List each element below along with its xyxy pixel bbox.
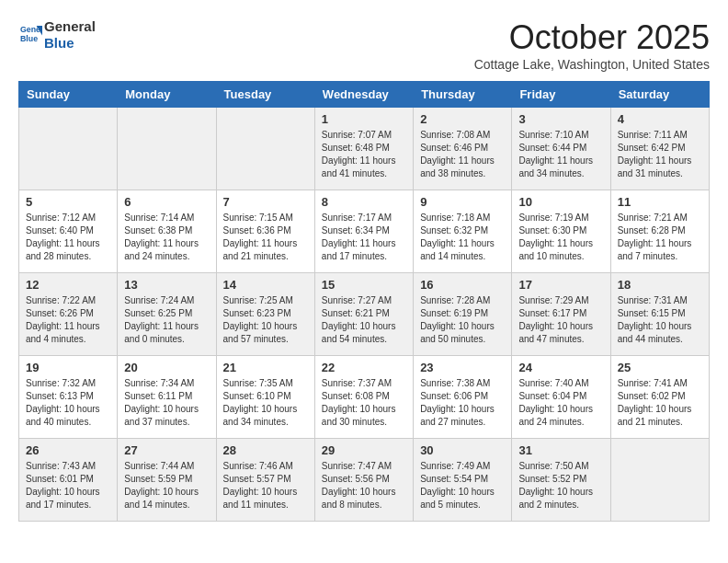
day-number: 27	[124, 443, 209, 457]
cell-info: Sunrise: 7:21 AM Sunset: 6:28 PM Dayligh…	[618, 212, 702, 263]
cell-info: Sunrise: 7:17 AM Sunset: 6:34 PM Dayligh…	[322, 212, 406, 263]
calendar-week-3: 12Sunrise: 7:22 AM Sunset: 6:26 PM Dayli…	[19, 273, 710, 356]
cell-info: Sunrise: 7:50 AM Sunset: 5:52 PM Dayligh…	[518, 460, 603, 511]
cell-info: Sunrise: 7:10 AM Sunset: 6:44 PM Dayligh…	[518, 129, 603, 180]
day-number: 28	[223, 443, 308, 457]
calendar-cell: 22Sunrise: 7:37 AM Sunset: 6:08 PM Dayli…	[314, 356, 413, 439]
day-number: 16	[420, 278, 505, 292]
calendar-cell: 3Sunrise: 7:10 AM Sunset: 6:44 PM Daylig…	[512, 108, 610, 190]
cell-info: Sunrise: 7:11 AM Sunset: 6:42 PM Dayligh…	[618, 129, 702, 180]
column-header-friday: Friday	[512, 82, 610, 108]
day-number: 21	[223, 361, 308, 374]
calendar-week-4: 19Sunrise: 7:32 AM Sunset: 6:13 PM Dayli…	[19, 356, 710, 439]
calendar-cell: 21Sunrise: 7:35 AM Sunset: 6:10 PM Dayli…	[216, 356, 314, 439]
day-number: 18	[618, 278, 702, 292]
calendar-cell	[610, 439, 709, 522]
cell-info: Sunrise: 7:44 AM Sunset: 5:59 PM Dayligh…	[124, 460, 209, 511]
day-number: 8	[322, 195, 406, 209]
calendar-cell: 5Sunrise: 7:12 AM Sunset: 6:40 PM Daylig…	[19, 190, 118, 273]
calendar-body: 1Sunrise: 7:07 AM Sunset: 6:48 PM Daylig…	[19, 108, 710, 522]
calendar-cell: 24Sunrise: 7:40 AM Sunset: 6:04 PM Dayli…	[512, 356, 610, 439]
column-header-monday: Monday	[118, 82, 216, 108]
cell-info: Sunrise: 7:38 AM Sunset: 6:06 PM Dayligh…	[420, 377, 505, 429]
calendar-cell: 4Sunrise: 7:11 AM Sunset: 6:42 PM Daylig…	[610, 108, 709, 190]
logo-icon: General Blue	[20, 22, 42, 44]
day-number: 26	[26, 443, 110, 457]
cell-info: Sunrise: 7:32 AM Sunset: 6:13 PM Dayligh…	[26, 377, 110, 429]
cell-info: Sunrise: 7:40 AM Sunset: 6:04 PM Dayligh…	[518, 377, 603, 429]
cell-info: Sunrise: 7:37 AM Sunset: 6:08 PM Dayligh…	[322, 377, 406, 429]
cell-info: Sunrise: 7:27 AM Sunset: 6:21 PM Dayligh…	[322, 294, 406, 346]
cell-info: Sunrise: 7:15 AM Sunset: 6:36 PM Dayligh…	[223, 212, 308, 263]
day-number: 9	[420, 195, 505, 209]
cell-info: Sunrise: 7:47 AM Sunset: 5:56 PM Dayligh…	[322, 460, 406, 511]
calendar-cell: 27Sunrise: 7:44 AM Sunset: 5:59 PM Dayli…	[118, 439, 216, 522]
calendar-table: SundayMondayTuesdayWednesdayThursdayFrid…	[18, 81, 710, 522]
calendar-week-1: 1Sunrise: 7:07 AM Sunset: 6:48 PM Daylig…	[19, 108, 710, 190]
calendar-cell: 8Sunrise: 7:17 AM Sunset: 6:34 PM Daylig…	[314, 190, 413, 273]
cell-info: Sunrise: 7:28 AM Sunset: 6:19 PM Dayligh…	[420, 294, 505, 346]
page-header: General Blue General Blue October 2025 C…	[18, 18, 710, 72]
month-title: October 2025	[474, 18, 710, 57]
logo-line2: Blue	[44, 35, 96, 52]
calendar-cell: 7Sunrise: 7:15 AM Sunset: 6:36 PM Daylig…	[216, 190, 314, 273]
day-number: 1	[322, 112, 406, 126]
calendar-cell: 31Sunrise: 7:50 AM Sunset: 5:52 PM Dayli…	[512, 439, 610, 522]
title-section: October 2025 Cottage Lake, Washington, U…	[474, 18, 710, 72]
day-number: 22	[322, 361, 406, 374]
day-number: 12	[26, 278, 110, 292]
day-number: 20	[124, 361, 209, 374]
cell-info: Sunrise: 7:18 AM Sunset: 6:32 PM Dayligh…	[420, 212, 505, 263]
day-number: 14	[223, 278, 308, 292]
calendar-cell: 6Sunrise: 7:14 AM Sunset: 6:38 PM Daylig…	[118, 190, 216, 273]
day-number: 3	[518, 112, 603, 126]
day-number: 23	[420, 361, 505, 374]
column-header-tuesday: Tuesday	[216, 82, 314, 108]
calendar-cell: 10Sunrise: 7:19 AM Sunset: 6:30 PM Dayli…	[512, 190, 610, 273]
calendar-cell: 18Sunrise: 7:31 AM Sunset: 6:15 PM Dayli…	[610, 273, 709, 356]
day-number: 24	[518, 361, 603, 374]
calendar-cell	[216, 108, 314, 190]
day-number: 11	[618, 195, 702, 209]
cell-info: Sunrise: 7:35 AM Sunset: 6:10 PM Dayligh…	[223, 377, 308, 429]
cell-info: Sunrise: 7:34 AM Sunset: 6:11 PM Dayligh…	[124, 377, 209, 429]
cell-info: Sunrise: 7:14 AM Sunset: 6:38 PM Dayligh…	[124, 212, 209, 263]
calendar-cell: 9Sunrise: 7:18 AM Sunset: 6:32 PM Daylig…	[414, 190, 512, 273]
location: Cottage Lake, Washington, United States	[474, 57, 710, 72]
cell-info: Sunrise: 7:08 AM Sunset: 6:46 PM Dayligh…	[420, 129, 505, 180]
calendar-cell: 16Sunrise: 7:28 AM Sunset: 6:19 PM Dayli…	[414, 273, 512, 356]
cell-info: Sunrise: 7:07 AM Sunset: 6:48 PM Dayligh…	[322, 129, 406, 180]
calendar-cell: 23Sunrise: 7:38 AM Sunset: 6:06 PM Dayli…	[414, 356, 512, 439]
day-number: 29	[322, 443, 406, 457]
calendar-cell: 17Sunrise: 7:29 AM Sunset: 6:17 PM Dayli…	[512, 273, 610, 356]
calendar-cell: 20Sunrise: 7:34 AM Sunset: 6:11 PM Dayli…	[118, 356, 216, 439]
day-number: 2	[420, 112, 505, 126]
cell-info: Sunrise: 7:41 AM Sunset: 6:02 PM Dayligh…	[618, 377, 702, 429]
calendar-header-row: SundayMondayTuesdayWednesdayThursdayFrid…	[19, 82, 710, 108]
calendar-cell: 2Sunrise: 7:08 AM Sunset: 6:46 PM Daylig…	[414, 108, 512, 190]
calendar-cell	[19, 108, 118, 190]
cell-info: Sunrise: 7:12 AM Sunset: 6:40 PM Dayligh…	[26, 212, 110, 263]
calendar-cell: 28Sunrise: 7:46 AM Sunset: 5:57 PM Dayli…	[216, 439, 314, 522]
day-number: 17	[518, 278, 603, 292]
calendar-cell: 13Sunrise: 7:24 AM Sunset: 6:25 PM Dayli…	[118, 273, 216, 356]
day-number: 19	[26, 361, 110, 374]
cell-info: Sunrise: 7:46 AM Sunset: 5:57 PM Dayligh…	[223, 460, 308, 511]
day-number: 15	[322, 278, 406, 292]
day-number: 6	[124, 195, 209, 209]
calendar-week-5: 26Sunrise: 7:43 AM Sunset: 6:01 PM Dayli…	[19, 439, 710, 522]
calendar-cell	[118, 108, 216, 190]
cell-info: Sunrise: 7:29 AM Sunset: 6:17 PM Dayligh…	[518, 294, 603, 346]
calendar-cell: 29Sunrise: 7:47 AM Sunset: 5:56 PM Dayli…	[314, 439, 413, 522]
cell-info: Sunrise: 7:24 AM Sunset: 6:25 PM Dayligh…	[124, 294, 209, 346]
cell-info: Sunrise: 7:31 AM Sunset: 6:15 PM Dayligh…	[618, 294, 702, 346]
calendar-cell: 14Sunrise: 7:25 AM Sunset: 6:23 PM Dayli…	[216, 273, 314, 356]
calendar-cell: 26Sunrise: 7:43 AM Sunset: 6:01 PM Dayli…	[19, 439, 118, 522]
column-header-saturday: Saturday	[610, 82, 709, 108]
calendar-cell: 30Sunrise: 7:49 AM Sunset: 5:54 PM Dayli…	[414, 439, 512, 522]
calendar-cell: 11Sunrise: 7:21 AM Sunset: 6:28 PM Dayli…	[610, 190, 709, 273]
column-header-thursday: Thursday	[414, 82, 512, 108]
cell-info: Sunrise: 7:22 AM Sunset: 6:26 PM Dayligh…	[26, 294, 110, 346]
day-number: 25	[618, 361, 702, 374]
svg-text:Blue: Blue	[20, 34, 38, 43]
